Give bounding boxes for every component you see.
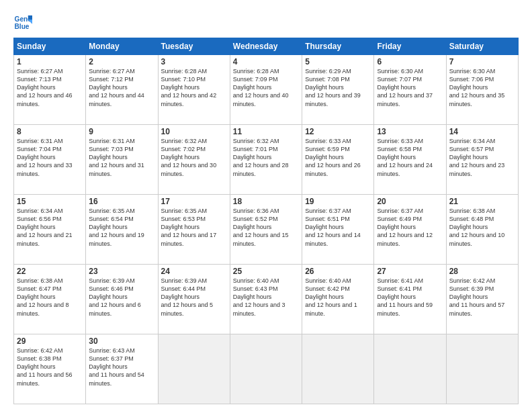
table-row: 14 Sunrise: 6:34 AM Sunset: 6:57 PM Dayl…: [446, 125, 518, 195]
day-detail: Sunrise: 6:37 AM Sunset: 6:51 PM Dayligh…: [305, 207, 371, 248]
day-detail: Sunrise: 6:37 AM Sunset: 6:49 PM Dayligh…: [377, 207, 443, 248]
table-row: [302, 334, 374, 404]
day-number: 9: [89, 127, 154, 136]
table-row: 22 Sunrise: 6:38 AM Sunset: 6:47 PM Dayl…: [14, 265, 86, 334]
day-detail: Sunrise: 6:38 AM Sunset: 6:47 PM Dayligh…: [17, 277, 83, 318]
day-detail: Sunrise: 6:32 AM Sunset: 7:02 PM Dayligh…: [161, 137, 227, 178]
table-row: 16 Sunrise: 6:35 AM Sunset: 6:54 PM Dayl…: [86, 195, 158, 265]
day-detail: Sunrise: 6:42 AM Sunset: 6:39 PM Dayligh…: [449, 277, 515, 318]
table-row: 10 Sunrise: 6:32 AM Sunset: 7:02 PM Dayl…: [158, 125, 230, 195]
calendar-header-row: Sunday Monday Tuesday Wednesday Thursday…: [14, 38, 519, 55]
table-row: 4 Sunrise: 6:28 AM Sunset: 7:09 PM Dayli…: [230, 55, 302, 125]
day-detail: Sunrise: 6:28 AM Sunset: 7:10 PM Dayligh…: [161, 67, 227, 108]
table-row: 26 Sunrise: 6:40 AM Sunset: 6:42 PM Dayl…: [302, 265, 374, 334]
table-row: 19 Sunrise: 6:37 AM Sunset: 6:51 PM Dayl…: [302, 195, 374, 265]
day-detail: Sunrise: 6:36 AM Sunset: 6:52 PM Dayligh…: [233, 207, 299, 248]
table-row: 27 Sunrise: 6:41 AM Sunset: 6:41 PM Dayl…: [374, 265, 446, 334]
day-number: 8: [17, 127, 83, 136]
day-number: 10: [161, 127, 227, 136]
table-row: 1 Sunrise: 6:27 AM Sunset: 7:13 PM Dayli…: [14, 55, 86, 125]
table-row: [374, 334, 446, 404]
table-row: 12 Sunrise: 6:33 AM Sunset: 6:59 PM Dayl…: [302, 125, 374, 195]
day-detail: Sunrise: 6:35 AM Sunset: 6:53 PM Dayligh…: [161, 207, 227, 248]
col-thursday: Thursday: [302, 38, 374, 55]
day-detail: Sunrise: 6:31 AM Sunset: 7:04 PM Dayligh…: [17, 137, 83, 178]
table-row: 3 Sunrise: 6:28 AM Sunset: 7:10 PM Dayli…: [158, 55, 230, 125]
day-number: 20: [377, 197, 443, 206]
calendar-week-row: 22 Sunrise: 6:38 AM Sunset: 6:47 PM Dayl…: [14, 265, 519, 334]
day-number: 21: [449, 197, 515, 206]
day-detail: Sunrise: 6:27 AM Sunset: 7:13 PM Dayligh…: [17, 67, 83, 108]
table-row: 5 Sunrise: 6:29 AM Sunset: 7:08 PM Dayli…: [302, 55, 374, 125]
calendar: Sunday Monday Tuesday Wednesday Thursday…: [13, 38, 519, 404]
table-row: 25 Sunrise: 6:40 AM Sunset: 6:43 PM Dayl…: [230, 265, 302, 334]
day-detail: Sunrise: 6:33 AM Sunset: 6:58 PM Dayligh…: [377, 137, 443, 178]
table-row: [230, 334, 302, 404]
logo-icon: General Blue: [13, 13, 32, 32]
table-row: 29 Sunrise: 6:42 AM Sunset: 6:38 PM Dayl…: [14, 334, 86, 404]
table-row: 9 Sunrise: 6:31 AM Sunset: 7:03 PM Dayli…: [86, 125, 158, 195]
day-detail: Sunrise: 6:34 AM Sunset: 6:57 PM Dayligh…: [449, 137, 515, 178]
calendar-week-row: 15 Sunrise: 6:34 AM Sunset: 6:56 PM Dayl…: [14, 195, 519, 265]
table-row: 20 Sunrise: 6:37 AM Sunset: 6:49 PM Dayl…: [374, 195, 446, 265]
table-row: 23 Sunrise: 6:39 AM Sunset: 6:46 PM Dayl…: [86, 265, 158, 334]
day-number: 1: [17, 57, 83, 66]
day-number: 22: [17, 267, 83, 276]
table-row: 21 Sunrise: 6:38 AM Sunset: 6:48 PM Dayl…: [446, 195, 518, 265]
calendar-week-row: 1 Sunrise: 6:27 AM Sunset: 7:13 PM Dayli…: [14, 55, 519, 125]
table-row: 30 Sunrise: 6:43 AM Sunset: 6:37 PM Dayl…: [86, 334, 158, 404]
day-detail: Sunrise: 6:38 AM Sunset: 6:48 PM Dayligh…: [449, 207, 515, 248]
day-number: 13: [377, 127, 443, 136]
day-number: 11: [233, 127, 299, 136]
day-detail: Sunrise: 6:31 AM Sunset: 7:03 PM Dayligh…: [89, 137, 154, 178]
day-detail: Sunrise: 6:40 AM Sunset: 6:42 PM Dayligh…: [305, 277, 371, 318]
table-row: 6 Sunrise: 6:30 AM Sunset: 7:07 PM Dayli…: [374, 55, 446, 125]
col-tuesday: Tuesday: [158, 38, 230, 55]
day-detail: Sunrise: 6:40 AM Sunset: 6:43 PM Dayligh…: [233, 277, 299, 318]
table-row: 11 Sunrise: 6:32 AM Sunset: 7:01 PM Dayl…: [230, 125, 302, 195]
day-number: 24: [161, 267, 227, 276]
day-detail: Sunrise: 6:33 AM Sunset: 6:59 PM Dayligh…: [305, 137, 371, 178]
day-detail: Sunrise: 6:42 AM Sunset: 6:38 PM Dayligh…: [17, 347, 83, 387]
col-saturday: Saturday: [446, 38, 518, 55]
day-detail: Sunrise: 6:29 AM Sunset: 7:08 PM Dayligh…: [305, 67, 371, 108]
day-detail: Sunrise: 6:41 AM Sunset: 6:41 PM Dayligh…: [377, 277, 443, 318]
table-row: 15 Sunrise: 6:34 AM Sunset: 6:56 PM Dayl…: [14, 195, 86, 265]
table-row: [158, 334, 230, 404]
day-detail: Sunrise: 6:43 AM Sunset: 6:37 PM Dayligh…: [89, 347, 154, 387]
day-detail: Sunrise: 6:30 AM Sunset: 7:06 PM Dayligh…: [449, 67, 515, 108]
day-number: 7: [449, 57, 515, 66]
day-number: 17: [161, 197, 227, 206]
table-row: 2 Sunrise: 6:27 AM Sunset: 7:12 PM Dayli…: [86, 55, 158, 125]
day-number: 30: [89, 336, 154, 346]
day-number: 2: [89, 57, 154, 66]
col-wednesday: Wednesday: [230, 38, 302, 55]
day-detail: Sunrise: 6:34 AM Sunset: 6:56 PM Dayligh…: [17, 207, 83, 248]
day-number: 27: [377, 267, 443, 276]
table-row: 24 Sunrise: 6:39 AM Sunset: 6:44 PM Dayl…: [158, 265, 230, 334]
table-row: 18 Sunrise: 6:36 AM Sunset: 6:52 PM Dayl…: [230, 195, 302, 265]
day-detail: Sunrise: 6:32 AM Sunset: 7:01 PM Dayligh…: [233, 137, 299, 178]
day-detail: Sunrise: 6:30 AM Sunset: 7:07 PM Dayligh…: [377, 67, 443, 108]
day-number: 4: [233, 57, 299, 66]
header: General Blue: [13, 11, 519, 32]
col-friday: Friday: [374, 38, 446, 55]
day-number: 25: [233, 267, 299, 276]
day-number: 16: [89, 197, 154, 206]
table-row: 17 Sunrise: 6:35 AM Sunset: 6:53 PM Dayl…: [158, 195, 230, 265]
day-detail: Sunrise: 6:28 AM Sunset: 7:09 PM Dayligh…: [233, 67, 299, 108]
table-row: [446, 334, 518, 404]
day-number: 12: [305, 127, 371, 136]
logo: General Blue: [13, 13, 35, 32]
day-detail: Sunrise: 6:39 AM Sunset: 6:44 PM Dayligh…: [161, 277, 227, 318]
table-row: 7 Sunrise: 6:30 AM Sunset: 7:06 PM Dayli…: [446, 55, 518, 125]
day-number: 23: [89, 267, 154, 276]
table-row: 13 Sunrise: 6:33 AM Sunset: 6:58 PM Dayl…: [374, 125, 446, 195]
day-detail: Sunrise: 6:35 AM Sunset: 6:54 PM Dayligh…: [89, 207, 154, 248]
day-detail: Sunrise: 6:39 AM Sunset: 6:46 PM Dayligh…: [89, 277, 154, 318]
day-number: 28: [449, 267, 515, 276]
day-number: 6: [377, 57, 443, 66]
day-number: 3: [161, 57, 227, 66]
day-number: 29: [17, 336, 83, 346]
svg-text:Blue: Blue: [15, 23, 30, 30]
